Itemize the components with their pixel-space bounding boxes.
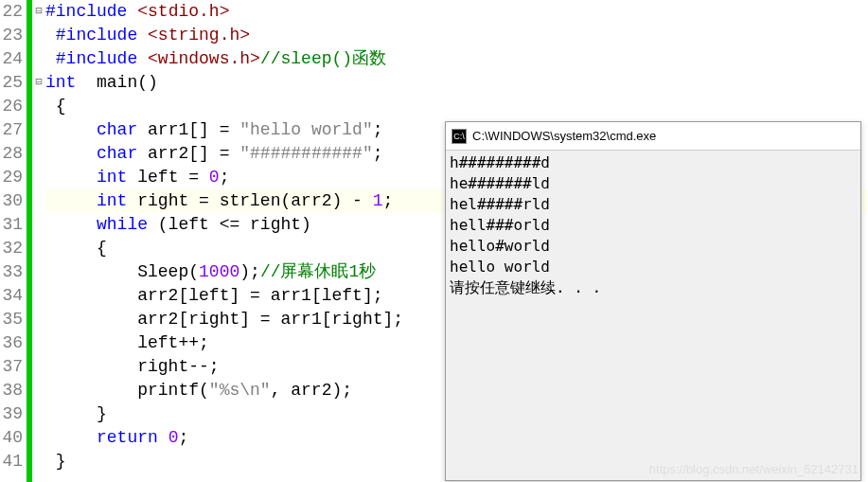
- code-token: right: [332, 310, 383, 329]
- code-token: ++;: [178, 333, 208, 352]
- code-token: stdio.h: [148, 2, 220, 21]
- line-number: 38: [0, 379, 23, 402]
- code-token: 0: [168, 428, 179, 447]
- fold-spacer: [32, 355, 45, 379]
- cmd-icon: C:\: [452, 129, 467, 144]
- code-token: <: [137, 2, 148, 21]
- cmd-window[interactable]: C:\ C:\WINDOWS\system32\cmd.exe h#######…: [445, 121, 861, 481]
- code-token: //屏幕休眠1秒: [260, 262, 376, 281]
- code-token: windows.h: [158, 49, 250, 68]
- code-token: #include: [45, 49, 148, 68]
- code-token: ;: [373, 120, 383, 139]
- line-number: 23: [0, 24, 23, 47]
- line-number: 33: [0, 260, 23, 284]
- code-token: #include: [45, 26, 148, 45]
- fold-spacer: [32, 379, 45, 402]
- code-token: );: [331, 381, 352, 400]
- fold-spacer: [32, 47, 45, 71]
- code-token: left: [45, 333, 178, 352]
- code-line[interactable]: #include <stdio.h>: [45, 0, 868, 24]
- code-token: left: [188, 286, 229, 305]
- code-line[interactable]: #include <windows.h>//sleep()函数: [45, 47, 868, 71]
- line-number: 30: [0, 189, 23, 213]
- code-token: arr1: [280, 310, 321, 329]
- code-token: arr1: [137, 120, 188, 139]
- fold-spacer: [32, 189, 45, 213]
- code-token: ] =: [229, 286, 270, 305]
- code-token: 1: [373, 191, 383, 210]
- fold-spacer: [32, 260, 45, 284]
- code-token: (): [137, 73, 158, 92]
- code-token: arr2: [45, 310, 178, 329]
- code-token: [: [178, 286, 188, 305]
- cmd-titlebar[interactable]: C:\ C:\WINDOWS\system32\cmd.exe: [446, 122, 860, 151]
- line-number: 25: [0, 71, 23, 95]
- code-token: [45, 120, 97, 139]
- code-token: right: [45, 357, 188, 376]
- code-token: >: [220, 2, 230, 21]
- fold-spacer: [32, 450, 45, 473]
- code-token: string.h: [158, 26, 239, 45]
- code-token: int: [45, 73, 76, 92]
- code-token: [45, 191, 97, 210]
- code-token: //sleep()函数: [260, 49, 386, 68]
- code-token: strlen: [220, 191, 281, 210]
- code-token: left: [127, 168, 188, 187]
- code-token: [45, 144, 97, 163]
- code-token: char: [97, 144, 137, 163]
- code-token: char: [97, 120, 137, 139]
- fold-column[interactable]: ⊟⊟: [32, 0, 45, 482]
- code-token: "hello world": [239, 120, 372, 139]
- line-number: 27: [0, 118, 23, 142]
- line-number: 34: [0, 284, 23, 308]
- line-number: 39: [0, 402, 23, 426]
- line-number: 37: [0, 355, 23, 379]
- code-token: );: [239, 262, 260, 281]
- code-token: ): [301, 215, 311, 234]
- fold-spacer: [32, 331, 45, 355]
- code-token: (: [188, 262, 199, 281]
- code-token: left: [322, 286, 363, 305]
- code-token: left: [168, 215, 220, 234]
- code-token: arr2: [291, 191, 331, 210]
- code-token: }: [45, 452, 66, 471]
- code-token: 0: [209, 168, 220, 187]
- fold-spacer: [32, 142, 45, 166]
- code-token: while: [97, 215, 148, 234]
- code-line[interactable]: #include <string.h>: [45, 24, 868, 47]
- code-token: (: [280, 191, 291, 210]
- line-number: 22: [0, 0, 23, 24]
- code-token: "###########": [239, 144, 372, 163]
- code-token: {: [45, 239, 107, 258]
- code-token: [: [178, 310, 188, 329]
- code-token: printf: [45, 381, 199, 400]
- code-line[interactable]: int main(): [45, 71, 868, 95]
- fold-spacer: [32, 426, 45, 450]
- fold-toggle-icon[interactable]: ⊟: [32, 0, 45, 24]
- line-number: 32: [0, 237, 23, 260]
- code-token: #include: [45, 2, 137, 21]
- code-token: right: [127, 191, 199, 210]
- code-token: [45, 215, 97, 234]
- code-token: =: [199, 191, 220, 210]
- code-token: {: [45, 97, 66, 116]
- watermark: https://blog.csdn.net/weixin_52142731: [649, 462, 859, 476]
- code-token: ) -: [332, 191, 373, 210]
- code-token: [: [322, 310, 332, 329]
- code-token: 1000: [199, 262, 239, 281]
- line-number: 29: [0, 166, 23, 189]
- code-token: ];: [383, 310, 404, 329]
- code-token: ,: [271, 381, 292, 400]
- code-line[interactable]: {: [45, 95, 868, 118]
- line-number: 41: [0, 450, 23, 473]
- code-token: <: [148, 49, 158, 68]
- line-number: 36: [0, 331, 23, 355]
- code-token: (: [148, 215, 168, 234]
- code-token: return: [97, 428, 158, 447]
- fold-spacer: [32, 24, 45, 47]
- line-number: 31: [0, 213, 23, 237]
- line-number: 26: [0, 95, 23, 118]
- code-token: right: [188, 310, 239, 329]
- fold-toggle-icon[interactable]: ⊟: [32, 71, 45, 95]
- code-token: >: [239, 26, 250, 45]
